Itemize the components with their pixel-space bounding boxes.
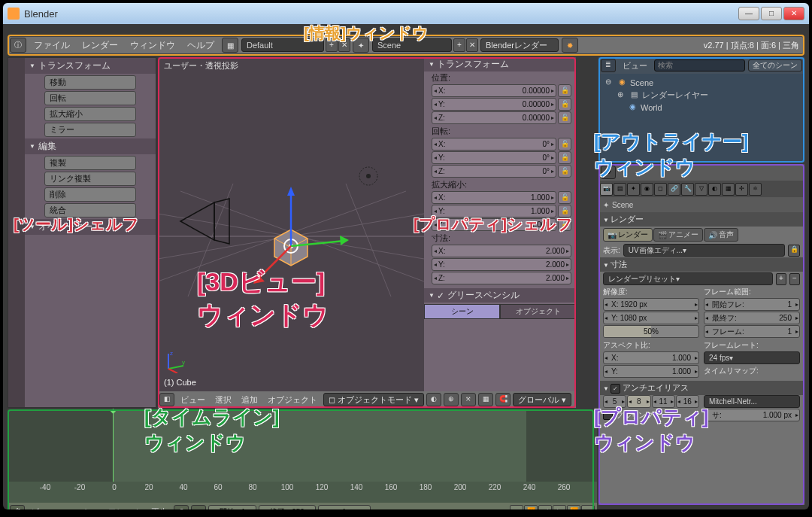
delete-button[interactable]: 削除 <box>44 187 136 202</box>
scene-remove-button[interactable]: ✕ <box>466 38 478 52</box>
render-audio-button[interactable]: 🔊音声 <box>704 228 738 242</box>
step-forward-button[interactable]: ⏩ <box>567 505 580 509</box>
play-button[interactable]: ▶ <box>553 505 566 509</box>
scene-icon[interactable]: ✦ <box>353 38 369 53</box>
render-anim-button[interactable]: 🎬アニメー <box>653 228 703 242</box>
menu-view[interactable]: ビュー <box>27 506 59 510</box>
translate-button[interactable]: 移動 <box>44 75 136 90</box>
shading-icon[interactable]: ◐ <box>426 393 441 406</box>
menu-object[interactable]: オブジェクト <box>264 394 321 406</box>
step-back-button[interactable]: ⏪ <box>524 505 538 509</box>
gpencil-header[interactable]: ✓グリースペンシル <box>424 288 576 303</box>
link-duplicate-button[interactable]: リンク複製 <box>44 172 136 186</box>
menu-render[interactable]: レンダー <box>76 39 124 52</box>
layout-field[interactable]: Default <box>241 38 324 52</box>
editor-type-icon[interactable]: ≣ <box>601 59 616 72</box>
menu-help[interactable]: ヘルプ <box>181 39 220 52</box>
tab-texture-icon[interactable]: ▦ <box>722 183 735 196</box>
frame-step-field[interactable]: フレーム:1 <box>704 325 800 338</box>
aa-filter-select[interactable]: Mitchell-Netr... <box>704 395 800 408</box>
tab-material-icon[interactable]: ◐ <box>708 183 721 196</box>
lock-icon[interactable]: 🔓 <box>558 151 571 164</box>
dim-z-field[interactable]: Z:2.000 <box>432 272 571 284</box>
menu-view[interactable]: ビュー <box>177 394 209 406</box>
layout-remove-button[interactable]: ✕ <box>338 38 350 52</box>
dim-x-field[interactable]: X:2.000 <box>432 245 571 257</box>
scale-y-field[interactable]: Y:1.000 <box>432 205 556 217</box>
frame-end-field[interactable]: 最終フ:250 <box>704 312 800 324</box>
fullsample-checkbox[interactable] <box>603 410 613 420</box>
frame-start-field[interactable]: 開始フレ:1 <box>704 298 800 311</box>
layout-icon[interactable]: ▦ <box>222 38 238 53</box>
render-still-button[interactable]: 📷レンダー <box>603 228 653 242</box>
transform-header[interactable]: トランスフォーム <box>25 58 156 74</box>
res-y-field[interactable]: Y: 1080 px <box>603 312 699 324</box>
aspect-y-field[interactable]: Y:1.000 <box>603 365 699 378</box>
tab-particles-icon[interactable]: ✢ <box>735 183 748 196</box>
rotate-button[interactable]: 回転 <box>44 91 136 105</box>
autokey-icon[interactable]: ● <box>191 505 206 509</box>
timeline-strip[interactable] <box>8 409 597 482</box>
lock-icon[interactable]: 🔓 <box>558 191 571 204</box>
gp-scene-tab[interactable]: シーン <box>424 304 500 319</box>
duplicate-button[interactable]: 複製 <box>44 156 136 170</box>
rot-z-field[interactable]: Z:0° <box>432 165 556 178</box>
aa-panel-header[interactable]: ✓アンチエイリアス <box>598 381 804 395</box>
menu-select[interactable]: 選択 <box>211 394 235 406</box>
filter-size-field[interactable]: サ:1.000 px <box>704 409 800 421</box>
aa-16-button[interactable]: 16 <box>676 395 699 408</box>
snap-icon[interactable]: 🧲 <box>495 393 511 406</box>
editor-type-icon[interactable]: ⓘ <box>10 38 26 53</box>
timeline-cursor[interactable] <box>113 409 114 482</box>
frame-current-field[interactable]: 1 <box>318 505 371 509</box>
loc-y-field[interactable]: Y:0.00000 <box>432 98 556 111</box>
render-preset-select[interactable]: レンダープリセット ▾ <box>603 272 773 285</box>
dimensions-panel-header[interactable]: 寸法 <box>598 257 804 272</box>
lock-icon[interactable]: 🔓 <box>558 165 571 178</box>
editor-type-icon[interactable]: ◧ <box>159 393 174 406</box>
filter-select[interactable]: 全てのシーン <box>748 59 802 71</box>
frame-start-field[interactable]: 開始:1 <box>208 505 256 509</box>
menu-frame[interactable]: フレーム <box>105 506 145 510</box>
rot-x-field[interactable]: X:0° <box>432 138 556 151</box>
tab-physics-icon[interactable]: ⚛ <box>749 183 762 196</box>
tree-scene[interactable]: Scene <box>630 78 653 87</box>
manipulator-icon[interactable]: ⤧ <box>461 393 476 406</box>
res-x-field[interactable]: X: 1920 px <box>603 298 699 311</box>
loc-x-field[interactable]: X:0.00000 <box>432 84 556 97</box>
res-percent-slider[interactable]: 50% <box>603 325 699 338</box>
scene-add-button[interactable]: + <box>453 38 465 52</box>
lock-icon[interactable]: 🔓 <box>558 98 571 111</box>
orientation-select[interactable]: グローバル ▾ <box>513 393 571 406</box>
tab-constraints-icon[interactable]: 🔗 <box>668 183 680 196</box>
menu-add[interactable]: 追加 <box>238 394 262 406</box>
tab-scene-icon[interactable]: ✦ <box>627 183 640 196</box>
tab-data-icon[interactable]: ▽ <box>695 183 707 196</box>
sync-icon[interactable]: ⟲ <box>174 505 189 509</box>
lock-icon[interactable]: 🔓 <box>558 111 571 124</box>
scale-z-field[interactable]: Z:1.000 <box>432 218 556 231</box>
aa-5-button[interactable]: 5 <box>603 395 626 408</box>
layers-icon[interactable]: ▦ <box>478 393 493 406</box>
mode-select[interactable]: ◻ オブジェクトモード ▾ <box>323 393 424 406</box>
scene-field[interactable]: Scene <box>372 38 452 52</box>
editor-type-icon[interactable]: ⚙ <box>601 166 616 179</box>
layout-add-button[interactable]: + <box>326 38 338 52</box>
tab-object-icon[interactable]: ◻ <box>654 183 667 196</box>
menu-marker[interactable]: マーカー <box>62 506 102 510</box>
outliner-tree[interactable]: ⊖◉Scene ⊕▤レンダーレイヤー ◉World <box>598 74 804 117</box>
rot-y-field[interactable]: Y:0° <box>432 151 556 164</box>
menu-playback[interactable]: 再生 <box>147 506 171 510</box>
jump-end-button[interactable]: ⏭ <box>581 505 595 509</box>
scale-button[interactable]: 拡大縮小 <box>44 107 136 121</box>
menu-view[interactable]: ビュー <box>619 60 651 71</box>
pivot-icon[interactable]: ⊕ <box>444 393 459 406</box>
lock-icon[interactable]: 🔒 <box>788 245 800 257</box>
editor-type-icon[interactable]: ⏱ <box>10 505 25 509</box>
aa-8-button[interactable]: 8 <box>627 395 650 408</box>
display-select[interactable]: UV画像エディ... ▾ <box>623 244 785 257</box>
frame-end-field[interactable]: 終了:250 <box>259 505 315 509</box>
fps-select[interactable]: 24 fps ▾ <box>704 351 800 364</box>
tab-render-icon[interactable]: 📷 <box>600 183 613 196</box>
edit-header[interactable]: 編集 <box>25 138 156 154</box>
